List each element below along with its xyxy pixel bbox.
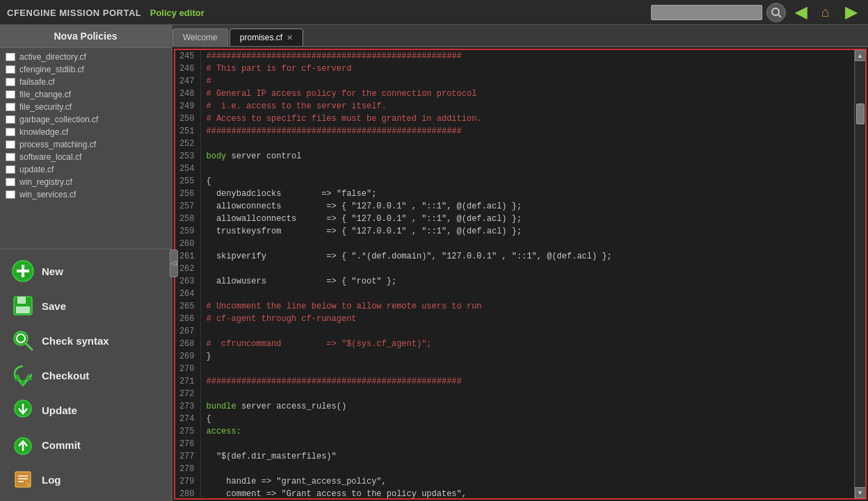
commit-button[interactable]: Commit	[0, 427, 171, 462]
line-number: 253	[175, 150, 200, 163]
svg-point-0	[772, 8, 779, 15]
checkout-button[interactable]: Checkout	[0, 358, 171, 393]
update-button[interactable]: Update	[0, 393, 171, 427]
scroll-thumb[interactable]	[856, 104, 865, 124]
file-icon	[6, 190, 15, 199]
code-editor[interactable]: 245#####################################…	[175, 50, 854, 498]
log-button[interactable]: Log	[0, 462, 171, 497]
home-button[interactable]: ⌂	[815, 3, 836, 22]
file-list-item[interactable]: software_local.cf	[0, 151, 171, 163]
code-table: 245#####################################…	[175, 50, 854, 498]
tabs-bar: Welcome promises.cf ✕	[172, 25, 868, 47]
forward-button[interactable]: ▶	[840, 3, 861, 22]
code-content: # cf-agent through cf-runagent	[200, 313, 854, 325]
svg-line-1	[778, 15, 781, 17]
file-list-item[interactable]: knowledge.cf	[0, 126, 171, 138]
code-line-row: 267	[175, 325, 854, 338]
file-list-item[interactable]: file_security.cf	[0, 101, 171, 113]
file-list-item[interactable]: win_services.cf	[0, 188, 171, 201]
code-content: # Uncomment the line below to allow remo…	[200, 300, 854, 313]
svg-rect-7	[16, 306, 30, 313]
code-line-row: 256 denybadclocks => "false";	[175, 188, 854, 200]
file-icon	[6, 128, 15, 136]
scrollbar[interactable]: ▲ ▼	[854, 50, 865, 498]
line-number: 280	[175, 488, 200, 498]
code-line-row: 246# This part is for cf-serverd	[175, 63, 854, 75]
line-number: 246	[175, 63, 200, 75]
file-list-item[interactable]: process_matching.cf	[0, 138, 171, 151]
new-button[interactable]: New	[0, 254, 171, 288]
line-number: 269	[175, 350, 200, 363]
back-button[interactable]: ◀	[790, 3, 811, 22]
line-number: 248	[175, 88, 200, 100]
file-list-item[interactable]: failsafe.cf	[0, 76, 171, 88]
code-content: "$(def.dir_masterfiles)"	[200, 450, 854, 463]
line-number: 249	[175, 100, 200, 113]
code-content: ########################################…	[200, 375, 854, 388]
file-list-item[interactable]: cfengine_stdlib.cf	[0, 63, 171, 76]
file-list-item[interactable]: win_registry.cf	[0, 176, 171, 188]
line-number: 259	[175, 225, 200, 238]
file-list-item[interactable]: active_directory.cf	[0, 51, 171, 63]
code-content: # i.e. access to the server itself.	[200, 100, 854, 113]
scroll-track[interactable]	[855, 61, 865, 487]
new-icon	[10, 258, 36, 284]
topbar: CFENGINE MISSION PORTAL Policy editor ◀ …	[0, 0, 868, 25]
tab-promises-cf[interactable]: promises.cf ✕	[230, 28, 303, 46]
file-icon	[6, 153, 15, 161]
line-number: 274	[175, 413, 200, 425]
topbar-title: CFENGINE MISSION PORTAL Policy editor	[7, 6, 204, 19]
code-line-row: 254	[175, 163, 854, 175]
save-button[interactable]: Save	[0, 288, 171, 323]
code-line-row: 261 skipverify => { ".*(def.domain)", "1…	[175, 250, 854, 263]
line-number: 272	[175, 388, 200, 400]
scroll-up-button[interactable]: ▲	[855, 50, 866, 61]
line-number: 263	[175, 275, 200, 288]
code-content	[200, 263, 854, 275]
line-number: 256	[175, 188, 200, 200]
code-content: }	[200, 350, 854, 363]
search-button[interactable]	[766, 3, 786, 22]
code-line-row: 259 trustkeysfrom => { "127.0.0.1" , "::…	[175, 225, 854, 238]
file-list-item[interactable]: file_change.cf	[0, 88, 171, 101]
code-content: {	[200, 413, 854, 425]
code-line-row: 264	[175, 288, 854, 300]
file-icon	[6, 103, 15, 111]
right-panel: Welcome promises.cf ✕ 245###############…	[172, 25, 868, 501]
file-icon	[6, 90, 15, 99]
code-content: # General IP access policy for the conne…	[200, 88, 854, 100]
code-line-row: 273bundle server access_rules()	[175, 400, 854, 413]
line-number: 271	[175, 375, 200, 388]
code-line-row: 275access:	[175, 425, 854, 438]
line-number: 262	[175, 263, 200, 275]
code-line-row: 269}	[175, 350, 854, 363]
code-line-row: 263 allowusers => { "root" };	[175, 275, 854, 288]
file-list-item[interactable]: update.cf	[0, 163, 171, 176]
line-number: 265	[175, 300, 200, 313]
code-content: denybadclocks => "false";	[200, 188, 854, 200]
check-syntax-button[interactable]: Check syntax	[0, 323, 171, 358]
nova-policies-header: Nova Policies	[0, 25, 171, 48]
line-number: 254	[175, 163, 200, 175]
collapse-handle[interactable]: ◁	[170, 249, 178, 277]
file-icon	[6, 140, 15, 149]
line-number: 252	[175, 138, 200, 150]
code-content: trustkeysfrom => { "127.0.0.1" , "::1", …	[200, 225, 854, 238]
scroll-down-button[interactable]: ▼	[855, 487, 866, 498]
code-line-row: 278	[175, 463, 854, 475]
code-content: # This part is for cf-serverd	[200, 63, 854, 75]
code-line-row: 270	[175, 363, 854, 375]
code-content: bundle server access_rules()	[200, 400, 854, 413]
file-list: active_directory.cfcfengine_stdlib.cffai…	[0, 48, 171, 248]
code-content: ########################################…	[200, 50, 854, 63]
code-content	[200, 363, 854, 375]
line-number: 255	[175, 175, 200, 188]
code-line-row: 260	[175, 238, 854, 250]
file-list-item[interactable]: garbage_collection.cf	[0, 113, 171, 126]
line-number: 270	[175, 363, 200, 375]
tab-welcome[interactable]: Welcome	[172, 28, 228, 46]
code-line-row: 249# i.e. access to the server itself.	[175, 100, 854, 113]
search-input[interactable]	[651, 5, 762, 20]
code-line-row: 277 "$(def.dir_masterfiles)"	[175, 450, 854, 463]
tab-close-button[interactable]: ✕	[287, 33, 293, 42]
